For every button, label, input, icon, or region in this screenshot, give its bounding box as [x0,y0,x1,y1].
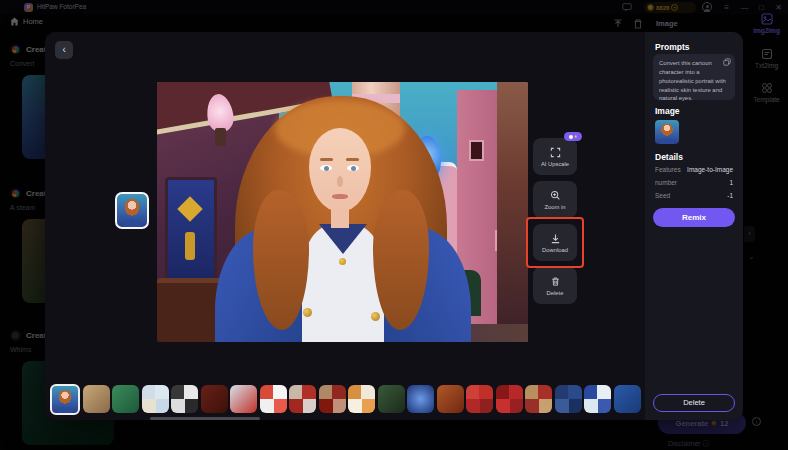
detail-value: 1 [729,179,733,186]
pro-dot-icon [569,135,573,139]
thumbnail-7[interactable] [230,385,257,413]
thumbnail-5[interactable] [171,385,198,413]
thumbnail-12[interactable] [378,385,405,413]
panel-delete-button[interactable]: Delete [653,394,735,412]
zoom-in-label: Zoom in [545,204,566,210]
thumbnail-20[interactable] [614,385,641,413]
info-panel: Prompts Convert this cartoon character i… [645,32,743,420]
thumbnail-4[interactable] [142,385,169,413]
thumbnail-15[interactable] [466,385,493,413]
thumbnail-1[interactable] [50,384,80,415]
prompt-text: Convert this cartoon character into a ph… [659,59,729,103]
prompts-title: Prompts [655,42,689,52]
thumbnail-2[interactable] [83,385,110,413]
detail-key: number [655,179,677,186]
back-button[interactable]: ‹ [55,41,73,59]
thumbnail-19[interactable] [584,385,611,413]
input-image-thumbnail[interactable] [655,120,679,144]
detail-value: -1 [727,192,733,199]
remix-button[interactable]: Remix [653,208,735,227]
thumbnail-8[interactable] [260,385,287,413]
thumbnail-strip [50,383,641,415]
girl-iris-right [351,166,356,171]
detail-row-seed: Seed -1 [655,192,733,199]
thumbnail-9[interactable] [289,385,316,413]
girl-nose [337,176,343,187]
ai-upscale-button[interactable]: AI Upscale [533,138,577,175]
girl-iris-left [324,166,329,171]
thumbnail-3[interactable] [112,385,139,413]
scene-arch-pillar [497,82,528,342]
detail-row-features: Features Image-to-Image [655,166,733,173]
prompt-box[interactable]: Convert this cartoon character into a ph… [653,54,735,100]
thumbnail-18[interactable] [555,385,582,413]
girl-brow-left [320,158,333,161]
thumbnail-10[interactable] [319,385,346,413]
girl-lips [332,194,348,199]
zoom-in-icon [550,190,561,201]
delete-label: Delete [547,290,564,296]
strip-scrollbar[interactable] [150,417,260,420]
copy-icon[interactable] [723,58,731,66]
girl-jacket-button-left [303,308,312,317]
upscale-icon [550,147,561,158]
girl-jacket-button-right [371,312,380,321]
image-section-title: Image [655,106,680,116]
detail-key: Features [655,166,681,173]
source-image-thumbnail[interactable] [115,192,149,229]
delete-button[interactable]: Delete [533,267,577,304]
detail-value: Image-to-Image [687,166,733,173]
girl-shirt-button [339,258,346,265]
thumbnail-16[interactable] [496,385,523,413]
details-title: Details [655,152,683,162]
download-highlight-annotation [526,217,584,268]
scene-window-detail [185,232,195,260]
thumbnail-14[interactable] [437,385,464,413]
detail-row-number: number 1 [655,179,733,186]
scene-torch-holder [215,128,226,146]
image-preview-modal: ‹ [45,32,743,420]
thumbnail-13[interactable] [407,385,434,413]
thumbnail-11[interactable] [348,385,375,413]
trash-icon [550,276,561,287]
pro-badge: ♦ [564,132,582,141]
ai-upscale-label: AI Upscale [541,161,569,167]
thumbnail-17[interactable] [525,385,552,413]
scene-right-window-1 [469,140,484,161]
zoom-in-button[interactable]: Zoom in [533,181,577,218]
thumbnail-6[interactable] [201,385,228,413]
main-image[interactable] [157,82,528,342]
girl-brow-right [346,158,359,161]
crown-icon: ♦ [574,134,577,139]
detail-key: Seed [655,192,670,199]
